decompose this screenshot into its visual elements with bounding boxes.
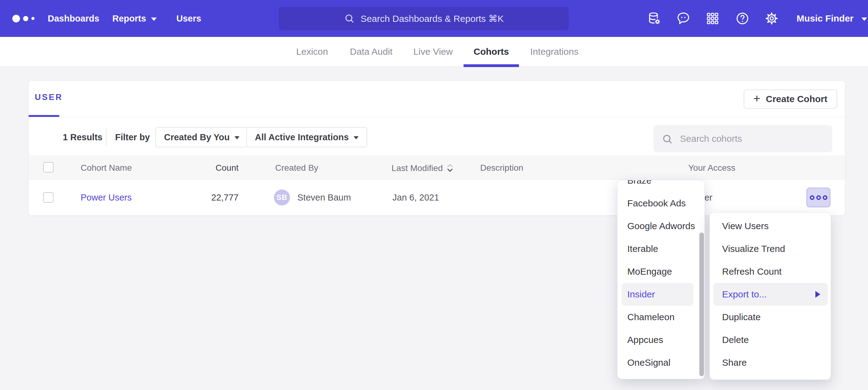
tab-label: Cohorts [474, 46, 509, 57]
ellipsis-dot-icon [810, 195, 814, 200]
filter-label: All Active Integrations [255, 132, 349, 142]
menu-item-appcues[interactable]: Appcues [617, 328, 705, 351]
tab-label: Integrations [530, 46, 579, 57]
column-header-label: Last Modified [392, 163, 443, 173]
menu-item-moengage[interactable]: MoEngage [617, 260, 705, 283]
column-header-last-modified[interactable]: Last Modified [392, 163, 454, 173]
tab-data-audit[interactable]: Data Audit [350, 37, 393, 66]
chevron-down-icon [235, 136, 240, 139]
menu-item-onesignal[interactable]: OneSignal [617, 351, 705, 374]
last-modified-date: Jan 6, 2021 [393, 193, 439, 203]
global-search-input[interactable]: Search Dashboards & Reports ⌘K [279, 7, 569, 30]
help-icon[interactable] [735, 11, 750, 26]
project-name: Music Finder [797, 13, 854, 24]
menu-item-export-to[interactable]: Export to... [713, 283, 828, 306]
secondary-nav: Lexicon Data Audit Live View Cohorts Int… [0, 37, 868, 67]
active-tab-underline [464, 64, 519, 67]
nav-item-dashboards[interactable]: Dashboards [48, 0, 99, 37]
menu-item-facebook-ads[interactable]: Facebook Ads [617, 192, 705, 215]
tab-live-view[interactable]: Live View [413, 37, 453, 66]
menu-item-share[interactable]: Share [710, 351, 831, 374]
table-row: Power Users 22,777 SB Steven Baum Jan 6,… [29, 180, 845, 215]
plus-icon: + [753, 92, 760, 105]
tab-user-cohorts[interactable]: USER [35, 93, 63, 102]
menu-item-view-users[interactable]: View Users [710, 215, 831, 237]
export-to-submenu: Braze Facebook Ads Google Adwords Iterab… [617, 180, 705, 379]
create-cohort-button[interactable]: + Create Cohort [744, 90, 837, 108]
filter-label: Created By You [164, 132, 229, 142]
row-checkbox[interactable] [43, 192, 54, 203]
apps-grid-icon[interactable] [705, 11, 720, 26]
select-all-checkbox[interactable] [43, 162, 54, 172]
cohort-search [653, 125, 832, 152]
tab-label: Lexicon [296, 46, 328, 57]
submenu-arrow-icon [815, 291, 820, 298]
nav-item-users[interactable]: Users [176, 0, 201, 37]
nav-item-label: Dashboards [48, 13, 99, 24]
cohort-search-input[interactable] [680, 125, 828, 152]
avatar: SB [274, 190, 290, 205]
search-icon [661, 133, 673, 145]
cohort-name-link[interactable]: Power Users [81, 193, 132, 203]
menu-item-insider[interactable]: Insider [622, 283, 693, 306]
tab-cohorts[interactable]: Cohorts [474, 37, 509, 66]
column-header-your-access[interactable]: Your Access [688, 163, 735, 173]
menu-item-iterable[interactable]: Iterable [617, 237, 705, 260]
ellipsis-dot-icon [816, 195, 821, 200]
nav-item-label: Reports [112, 13, 146, 24]
column-header-count[interactable]: Count [170, 163, 239, 173]
divider [106, 129, 106, 146]
chevron-down-icon [354, 136, 359, 139]
sort-icon [446, 163, 454, 173]
column-header-description[interactable]: Description [480, 163, 523, 173]
created-by-name: Steven Baum [297, 193, 351, 203]
menu-item-label: Export to... [722, 289, 767, 300]
table-header-row: Cohort Name Count Created By Last Modifi… [29, 155, 845, 180]
data-settings-icon[interactable] [647, 11, 661, 26]
filter-created-by-dropdown[interactable]: Created By You [155, 127, 248, 147]
export-submenu-list: Braze Facebook Ads Google Adwords Iterab… [617, 180, 705, 374]
top-navbar: Dashboards Reports Users Search Dashboar… [0, 0, 868, 37]
cohort-actions-menu: View Users Visualize Trend Refresh Count… [710, 212, 831, 380]
column-header-cohort-name[interactable]: Cohort Name [81, 163, 132, 173]
user-tab-label: USER [35, 93, 63, 102]
create-cohort-label: Create Cohort [766, 94, 827, 104]
global-search-placeholder: Search Dashboards & Reports ⌘K [361, 13, 503, 24]
menu-item-chameleon[interactable]: Chameleon [617, 306, 705, 328]
tab-label: Live View [413, 46, 453, 57]
menu-item-visualize-trend[interactable]: Visualize Trend [710, 237, 831, 260]
menu-item-google-adwords[interactable]: Google Adwords [617, 215, 705, 237]
menu-item-braze[interactable]: Braze [617, 180, 705, 192]
chevron-down-icon [862, 18, 867, 21]
results-count: 1 Results [63, 132, 102, 142]
tab-integrations[interactable]: Integrations [530, 37, 579, 66]
menu-item-delete[interactable]: Delete [710, 328, 831, 351]
menu-item-duplicate[interactable]: Duplicate [710, 306, 831, 328]
cohorts-panel: USER + Create Cohort 1 Results Filter by… [29, 81, 845, 215]
nav-item-label: Users [176, 13, 201, 24]
row-actions-button[interactable] [806, 188, 831, 207]
scrollbar-thumb[interactable] [699, 232, 704, 376]
divider [29, 117, 845, 117]
filter-integrations-dropdown[interactable]: All Active Integrations [246, 127, 367, 147]
tab-lexicon[interactable]: Lexicon [296, 37, 328, 66]
nav-item-reports[interactable]: Reports [112, 0, 157, 37]
mixpanel-logo-icon[interactable] [12, 0, 43, 37]
feedback-icon[interactable] [676, 11, 691, 26]
ellipsis-dot-icon [823, 195, 827, 200]
column-header-created-by[interactable]: Created By [275, 163, 318, 173]
menu-item-refresh-count[interactable]: Refresh Count [710, 260, 831, 283]
chevron-down-icon [151, 18, 157, 21]
cohort-count: 22,777 [170, 193, 239, 203]
project-switcher[interactable]: Music Finder [797, 0, 867, 37]
settings-gear-icon[interactable] [764, 11, 779, 26]
search-icon [344, 13, 355, 24]
filter-by-label: Filter by [115, 132, 150, 142]
tab-label: Data Audit [350, 46, 393, 57]
